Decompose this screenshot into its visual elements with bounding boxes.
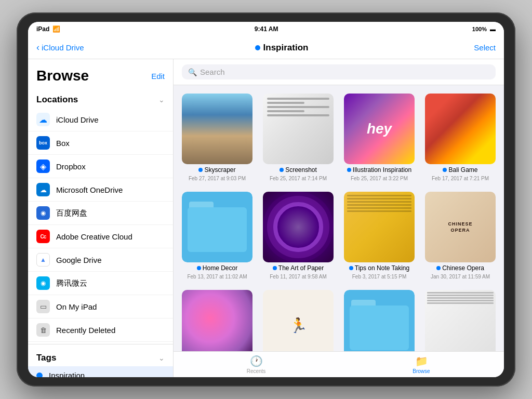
dropbox-icon: ◈ bbox=[36, 159, 50, 173]
screen: iPad 📶 9:41 AM 100% ▬ ‹ iCloud Drive Ins… bbox=[28, 22, 504, 377]
title-dot-icon bbox=[255, 45, 260, 50]
chineseopera-name: Chinese Opera bbox=[436, 264, 484, 272]
divider bbox=[28, 344, 173, 344]
file-item-illustrations[interactable]: Illustrations Jan 17, 2017 at 1:36 PM bbox=[344, 290, 415, 351]
locations-chevron-icon[interactable]: ⌄ bbox=[158, 96, 165, 104]
bali-date: Feb 17, 2017 at 7:21 PM bbox=[432, 176, 489, 181]
sidebar-item-baidu[interactable]: ◉ 百度网盘 bbox=[28, 202, 173, 225]
file-item-chineseopera[interactable]: CHINESE OPERA Chinese Opera Jan 30, 2017… bbox=[425, 192, 496, 280]
battery-level: 100% bbox=[472, 26, 487, 32]
tencent-label: 腾讯微云 bbox=[56, 278, 87, 288]
nav-title-text: Inspiration bbox=[263, 43, 309, 53]
inspiration-label: Inspiration bbox=[49, 371, 85, 377]
screenshot-name: Screenshot bbox=[280, 166, 317, 174]
icloud-icon: ☁ bbox=[36, 113, 50, 126]
search-icon: 🔍 bbox=[188, 68, 197, 76]
back-button[interactable]: ‹ iCloud Drive bbox=[36, 42, 99, 53]
sidebar-item-icloud[interactable]: ☁ iCloud Drive bbox=[28, 108, 173, 131]
chineseopera-thumb: CHINESE OPERA bbox=[425, 192, 496, 262]
illustration-date: Feb 25, 2017 at 3:22 PM bbox=[351, 176, 408, 181]
select-button[interactable]: Select bbox=[464, 43, 496, 52]
screenshot-thumb bbox=[263, 94, 334, 164]
wifi-icon: 📶 bbox=[52, 25, 60, 33]
chineseopera-dot bbox=[436, 266, 441, 270]
recents-icon: 🕐 bbox=[250, 355, 263, 367]
sidebar-item-adobe[interactable]: Cc Adobe Creative Cloud bbox=[28, 225, 173, 248]
file-item-screenshot[interactable]: Screenshot Feb 25, 2017 at 7:14 PM bbox=[263, 94, 334, 181]
file-item-artpaper[interactable]: The Art of Paper Feb 11, 2017 at 9:58 AM bbox=[263, 192, 334, 280]
notetaking-date: Feb 3, 2017 at 5:15 PM bbox=[352, 274, 407, 280]
tab-recents[interactable]: 🕐 Recents bbox=[235, 355, 277, 374]
homedecor-name: Home Decor bbox=[197, 264, 237, 272]
sidebar-item-dropbox[interactable]: ◈ Dropbox bbox=[28, 155, 173, 178]
sidebar-item-recently-deleted[interactable]: 🗑 Recently Deleted bbox=[28, 318, 173, 342]
notetaking-name: Tips on Note Taking bbox=[349, 264, 409, 272]
battery-icon: ▬ bbox=[490, 26, 496, 32]
file-item-illustration[interactable]: hey Illustration Inspiration Feb 25, 201… bbox=[344, 94, 415, 181]
file-item-homedecor[interactable]: Home Decor Feb 13, 2017 at 11:02 AM bbox=[182, 192, 252, 280]
file-item-pinkleaf[interactable]: Pink Leaf Jan 28, 2017 at 3:09 PM bbox=[182, 290, 252, 351]
back-label[interactable]: iCloud Drive bbox=[42, 43, 84, 52]
sidebar-item-tencent[interactable]: ◉ 腾讯微云 bbox=[28, 272, 173, 295]
status-right: 100% ▬ bbox=[472, 26, 496, 32]
notetaking-dot bbox=[349, 266, 353, 270]
back-chevron-icon: ‹ bbox=[36, 42, 39, 53]
tab-browse[interactable]: 📁 Browse bbox=[401, 355, 442, 374]
sidebar-item-ipad[interactable]: ▭ On My iPad bbox=[28, 295, 173, 318]
sidebar-title: Browse bbox=[36, 68, 89, 84]
skyscraper-thumb bbox=[182, 94, 252, 164]
file-grid: Skyscraper Feb 27, 2017 at 9:03 PM bbox=[174, 85, 504, 351]
tags-title: Tags bbox=[36, 353, 56, 363]
onedrive-icon: ☁ bbox=[36, 183, 50, 196]
recents-label: Recents bbox=[247, 368, 266, 374]
homedecor-dot bbox=[197, 266, 201, 270]
baidu-label: 百度网盘 bbox=[56, 208, 87, 218]
illustration-name: Illustration Inspiration bbox=[347, 166, 411, 174]
parksketch-thumb: 🏃 bbox=[263, 290, 334, 351]
screenshot-dot bbox=[280, 168, 284, 172]
sidebar-header: Browse Edit bbox=[28, 59, 173, 88]
gdrive-icon: ▲ bbox=[36, 253, 50, 267]
chineseopera-date: Jan 30, 2017 at 11:59 AM bbox=[431, 274, 490, 280]
search-input-wrap[interactable]: 🔍 bbox=[182, 64, 496, 79]
search-bar: 🔍 bbox=[174, 59, 504, 85]
screenshot-date: Feb 25, 2017 at 7:14 PM bbox=[270, 176, 327, 181]
recently-deleted-label: Recently Deleted bbox=[56, 326, 115, 335]
tencent-icon: ◉ bbox=[36, 276, 50, 290]
tags-chevron-icon[interactable]: ⌄ bbox=[158, 354, 165, 362]
skyscraper-date: Feb 27, 2017 at 9:03 PM bbox=[189, 176, 246, 181]
search-input[interactable] bbox=[200, 68, 489, 76]
adobe-label: Adobe Creative Cloud bbox=[56, 232, 132, 241]
artpaper-date: Feb 11, 2017 at 9:58 AM bbox=[270, 274, 327, 280]
adobe-icon: Cc bbox=[36, 230, 50, 243]
box-label: Box bbox=[56, 139, 70, 148]
homedecor-date: Feb 13, 2017 at 11:02 AM bbox=[187, 274, 247, 280]
baidu-icon: ◉ bbox=[36, 206, 50, 220]
onedrive-label: Microsoft OneDrive bbox=[56, 185, 123, 194]
file-item-bali[interactable]: Bali Game Feb 17, 2017 at 7:21 PM bbox=[425, 94, 496, 181]
jewelry-thumb bbox=[425, 290, 496, 351]
status-time: 9:41 AM bbox=[255, 25, 278, 33]
ipad-icon: ▭ bbox=[36, 300, 50, 313]
file-item-jewelry[interactable]: Modern Jewelry Jan 14, 2017 at 9:02 AM bbox=[425, 290, 496, 351]
file-item-parksketch[interactable]: 🏃 Park Sketch Jan 21, 2017 at 5:35 PM bbox=[263, 290, 334, 351]
notetaking-thumb bbox=[344, 192, 415, 262]
file-item-skyscraper[interactable]: Skyscraper Feb 27, 2017 at 9:03 PM bbox=[182, 94, 252, 181]
illustration-thumb: hey bbox=[344, 94, 415, 164]
illustration-dot bbox=[347, 168, 351, 172]
homedecor-thumb bbox=[182, 192, 252, 262]
locations-section-header: Locations ⌄ bbox=[28, 88, 173, 108]
illustrations-thumb bbox=[344, 290, 415, 351]
sidebar-item-onedrive[interactable]: ☁ Microsoft OneDrive bbox=[28, 178, 173, 202]
device-name: iPad bbox=[36, 25, 49, 33]
bali-name: Bali Game bbox=[443, 166, 477, 174]
bali-dot bbox=[443, 168, 447, 172]
browse-label: Browse bbox=[413, 368, 430, 374]
ipad-device: iPad 📶 9:41 AM 100% ▬ ‹ iCloud Drive Ins… bbox=[17, 12, 515, 387]
edit-button[interactable]: Edit bbox=[151, 72, 165, 81]
file-item-notetaking[interactable]: Tips on Note Taking Feb 3, 2017 at 5:15 … bbox=[344, 192, 415, 280]
sidebar-item-inspiration[interactable]: Inspiration bbox=[28, 366, 173, 377]
sidebar-item-gdrive[interactable]: ▲ Google Drive bbox=[28, 248, 173, 272]
skyscraper-name: Skyscraper bbox=[198, 166, 235, 174]
sidebar-item-box[interactable]: box Box bbox=[28, 131, 173, 155]
